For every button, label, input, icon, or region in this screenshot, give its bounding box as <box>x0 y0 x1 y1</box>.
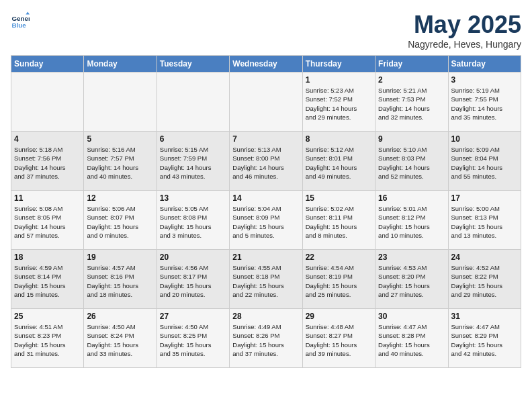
table-row: 21Sunrise: 4:55 AMSunset: 8:18 PMDayligh… <box>230 250 302 309</box>
day-number: 19 <box>87 253 153 262</box>
table-row: 25Sunrise: 4:51 AMSunset: 8:23 PMDayligh… <box>11 309 84 368</box>
table-row: 8Sunrise: 5:12 AMSunset: 8:01 PMDaylight… <box>302 132 375 191</box>
day-number: 21 <box>232 253 299 262</box>
day-number: 3 <box>451 75 518 85</box>
day-info: Sunrise: 4:52 AMSunset: 8:22 PMDaylight:… <box>451 263 518 299</box>
day-info: Sunrise: 5:09 AMSunset: 8:04 PMDaylight:… <box>451 145 518 181</box>
day-number: 24 <box>451 253 518 262</box>
logo-icon: General Blue <box>11 11 30 30</box>
col-friday: Friday <box>375 56 448 73</box>
day-info: Sunrise: 4:47 AMSunset: 8:28 PMDaylight:… <box>378 322 445 358</box>
table-row: 14Sunrise: 5:04 AMSunset: 8:09 PMDayligh… <box>230 191 302 250</box>
day-info: Sunrise: 4:55 AMSunset: 8:18 PMDaylight:… <box>232 263 299 299</box>
calendar-subtitle: Nagyrede, Heves, Hungary <box>408 39 521 50</box>
table-row: 20Sunrise: 4:56 AMSunset: 8:17 PMDayligh… <box>157 250 229 309</box>
day-info: Sunrise: 4:53 AMSunset: 8:20 PMDaylight:… <box>378 263 445 299</box>
calendar-week-row: 25Sunrise: 4:51 AMSunset: 8:23 PMDayligh… <box>11 309 521 368</box>
day-info: Sunrise: 4:59 AMSunset: 8:14 PMDaylight:… <box>14 263 81 299</box>
day-number: 12 <box>87 193 153 203</box>
calendar-title: May 2025 <box>408 11 521 39</box>
day-number: 4 <box>14 134 81 144</box>
table-row: 11Sunrise: 5:08 AMSunset: 8:05 PMDayligh… <box>11 191 84 250</box>
calendar-week-row: 4Sunrise: 5:18 AMSunset: 7:56 PMDaylight… <box>11 132 521 191</box>
page-header: General Blue May 2025 Nagyrede, Heves, H… <box>11 11 521 50</box>
day-info: Sunrise: 5:04 AMSunset: 8:09 PMDaylight:… <box>232 204 299 240</box>
col-wednesday: Wednesday <box>230 56 302 73</box>
table-row: 4Sunrise: 5:18 AMSunset: 7:56 PMDaylight… <box>11 132 84 191</box>
day-info: Sunrise: 5:16 AMSunset: 7:57 PMDaylight:… <box>87 145 153 181</box>
day-number: 31 <box>451 312 518 321</box>
table-row: 23Sunrise: 4:53 AMSunset: 8:20 PMDayligh… <box>375 250 448 309</box>
day-info: Sunrise: 5:06 AMSunset: 8:07 PMDaylight:… <box>87 204 153 240</box>
table-row: 30Sunrise: 4:47 AMSunset: 8:28 PMDayligh… <box>375 309 448 368</box>
calendar-table: Sunday Monday Tuesday Wednesday Thursday… <box>11 55 521 368</box>
day-info: Sunrise: 5:00 AMSunset: 8:13 PMDaylight:… <box>451 204 518 240</box>
day-number: 9 <box>378 134 445 144</box>
calendar-week-row: 1Sunrise: 5:23 AMSunset: 7:52 PMDaylight… <box>11 73 521 132</box>
table-row: 19Sunrise: 4:57 AMSunset: 8:16 PMDayligh… <box>84 250 157 309</box>
col-tuesday: Tuesday <box>157 56 229 73</box>
day-info: Sunrise: 5:12 AMSunset: 8:01 PMDaylight:… <box>306 145 372 181</box>
day-number: 23 <box>378 253 445 262</box>
day-info: Sunrise: 4:48 AMSunset: 8:27 PMDaylight:… <box>306 322 372 358</box>
day-number: 28 <box>232 312 299 321</box>
day-number: 27 <box>160 312 226 321</box>
table-row: 12Sunrise: 5:06 AMSunset: 8:07 PMDayligh… <box>84 191 157 250</box>
day-number: 13 <box>160 193 226 203</box>
day-number: 20 <box>160 253 226 262</box>
day-info: Sunrise: 5:10 AMSunset: 8:03 PMDaylight:… <box>378 145 445 181</box>
day-info: Sunrise: 5:21 AMSunset: 7:53 PMDaylight:… <box>378 86 445 122</box>
day-number: 25 <box>14 312 81 321</box>
day-number: 29 <box>306 312 372 321</box>
calendar-week-row: 18Sunrise: 4:59 AMSunset: 8:14 PMDayligh… <box>11 250 521 309</box>
table-row: 24Sunrise: 4:52 AMSunset: 8:22 PMDayligh… <box>448 250 521 309</box>
table-row <box>157 73 229 132</box>
table-row: 2Sunrise: 5:21 AMSunset: 7:53 PMDaylight… <box>375 73 448 132</box>
svg-text:Blue: Blue <box>11 21 26 29</box>
table-row <box>11 73 84 132</box>
day-info: Sunrise: 4:47 AMSunset: 8:29 PMDaylight:… <box>451 322 518 358</box>
day-info: Sunrise: 4:56 AMSunset: 8:17 PMDaylight:… <box>160 263 226 299</box>
day-info: Sunrise: 5:19 AMSunset: 7:55 PMDaylight:… <box>451 86 518 122</box>
table-row <box>230 73 302 132</box>
day-number: 16 <box>378 193 445 203</box>
table-row: 9Sunrise: 5:10 AMSunset: 8:03 PMDaylight… <box>375 132 448 191</box>
table-row: 1Sunrise: 5:23 AMSunset: 7:52 PMDaylight… <box>302 73 375 132</box>
col-monday: Monday <box>84 56 157 73</box>
table-row: 26Sunrise: 4:50 AMSunset: 8:24 PMDayligh… <box>84 309 157 368</box>
logo: General Blue <box>11 11 31 30</box>
table-row: 15Sunrise: 5:02 AMSunset: 8:11 PMDayligh… <box>302 191 375 250</box>
table-row: 22Sunrise: 4:54 AMSunset: 8:19 PMDayligh… <box>302 250 375 309</box>
table-row: 5Sunrise: 5:16 AMSunset: 7:57 PMDaylight… <box>84 132 157 191</box>
day-number: 30 <box>378 312 445 321</box>
table-row: 31Sunrise: 4:47 AMSunset: 8:29 PMDayligh… <box>448 309 521 368</box>
day-number: 14 <box>232 193 299 203</box>
day-info: Sunrise: 4:49 AMSunset: 8:26 PMDaylight:… <box>232 322 299 358</box>
day-info: Sunrise: 4:50 AMSunset: 8:24 PMDaylight:… <box>87 322 153 358</box>
table-row: 10Sunrise: 5:09 AMSunset: 8:04 PMDayligh… <box>448 132 521 191</box>
col-sunday: Sunday <box>11 56 84 73</box>
table-row: 13Sunrise: 5:05 AMSunset: 8:08 PMDayligh… <box>157 191 229 250</box>
table-row: 17Sunrise: 5:00 AMSunset: 8:13 PMDayligh… <box>448 191 521 250</box>
day-info: Sunrise: 4:57 AMSunset: 8:16 PMDaylight:… <box>87 263 153 299</box>
title-block: May 2025 Nagyrede, Heves, Hungary <box>408 11 521 50</box>
day-info: Sunrise: 5:05 AMSunset: 8:08 PMDaylight:… <box>160 204 226 240</box>
day-number: 7 <box>232 134 299 144</box>
day-number: 6 <box>160 134 226 144</box>
day-number: 15 <box>306 193 372 203</box>
table-row: 6Sunrise: 5:15 AMSunset: 7:59 PMDaylight… <box>157 132 229 191</box>
table-row: 27Sunrise: 4:50 AMSunset: 8:25 PMDayligh… <box>157 309 229 368</box>
day-info: Sunrise: 5:15 AMSunset: 7:59 PMDaylight:… <box>160 145 226 181</box>
table-row: 28Sunrise: 4:49 AMSunset: 8:26 PMDayligh… <box>230 309 302 368</box>
table-row: 3Sunrise: 5:19 AMSunset: 7:55 PMDaylight… <box>448 73 521 132</box>
calendar-header-row: Sunday Monday Tuesday Wednesday Thursday… <box>11 56 521 73</box>
day-number: 17 <box>451 193 518 203</box>
day-info: Sunrise: 4:51 AMSunset: 8:23 PMDaylight:… <box>14 322 81 358</box>
day-number: 26 <box>87 312 153 321</box>
day-info: Sunrise: 5:02 AMSunset: 8:11 PMDaylight:… <box>306 204 372 240</box>
table-row: 16Sunrise: 5:01 AMSunset: 8:12 PMDayligh… <box>375 191 448 250</box>
day-number: 8 <box>306 134 372 144</box>
day-number: 2 <box>378 75 445 85</box>
day-number: 1 <box>306 75 372 85</box>
day-number: 22 <box>306 253 372 262</box>
